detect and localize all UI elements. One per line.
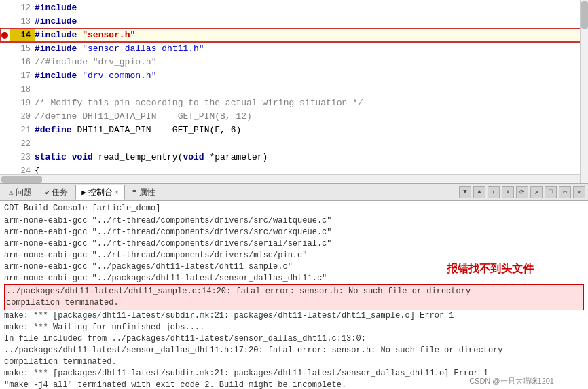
- panel-tabs: ⚠问题✔任务▶控制台✕≡属性▼▲⬆⬇⟳↗□▭✕: [0, 183, 588, 201]
- tab-label: 问题: [16, 187, 32, 198]
- code-editor: 12#include 13#include 14#include "sensor…: [0, 0, 588, 183]
- line-content: #include "drv_common.h": [35, 69, 588, 83]
- horizontal-scrollbar[interactable]: [0, 174, 580, 183]
- no-breakpoint: [0, 137, 10, 151]
- editor-scrollbar[interactable]: [580, 0, 588, 183]
- line-number: 14: [10, 29, 35, 42]
- console-line: ../packages/dht11-latest/sensor_dallas_d…: [4, 345, 584, 356]
- tab-属性[interactable]: ≡属性: [126, 185, 162, 200]
- toolbar-button[interactable]: ▲: [473, 186, 485, 198]
- toolbar-button[interactable]: ⬆: [488, 186, 500, 198]
- console-line: In file included from ../packages/dht11-…: [4, 333, 584, 345]
- line-number: 23: [10, 151, 35, 164]
- error-annotation: 报错找不到头文件: [447, 262, 534, 276]
- line-content: /* Modify this pin according to the actu…: [35, 96, 588, 110]
- console-line: compilation terminated.: [4, 356, 584, 368]
- footer-note: CSDN @一只大喵咪1201: [469, 376, 554, 386]
- code-line: 23static void read_temp_entry(void *para…: [0, 151, 588, 164]
- breakpoint-dot: [0, 29, 10, 42]
- line-content: //define DHT11_DATA_PIN GET_PIN(B, 12): [35, 110, 588, 124]
- console-error-block: ../packages/dht11-latest/dht11_sample.c:…: [4, 284, 584, 310]
- tab-icon: ▶: [81, 188, 86, 197]
- console-line: arm-none-eabi-gcc "../rt-thread/componen…: [4, 250, 584, 261]
- no-breakpoint: [0, 96, 10, 110]
- line-content: static void read_temp_entry(void *parame…: [35, 151, 588, 164]
- code-line: 18: [0, 83, 588, 96]
- line-content: #include: [35, 1, 588, 15]
- h-scrollbar-thumb[interactable]: [1, 176, 42, 183]
- console-lines: arm-none-eabi-gcc "../rt-thread/componen…: [4, 215, 584, 389]
- no-breakpoint: [0, 1, 10, 15]
- no-breakpoint: [0, 151, 10, 164]
- code-line: 14#include "sensor.h": [0, 29, 588, 42]
- console-line: make: *** [packages/dht11-latest/subdir.…: [4, 310, 584, 322]
- line-number: 13: [10, 15, 35, 29]
- tab-icon: ≡: [132, 188, 137, 196]
- toolbar-button[interactable]: ⟳: [516, 186, 528, 198]
- code-line: 22: [0, 137, 588, 151]
- line-content: #include: [35, 15, 588, 29]
- toolbar-button[interactable]: ↗: [530, 186, 543, 198]
- no-breakpoint: [0, 69, 10, 83]
- line-number: 12: [10, 1, 35, 15]
- tab-问题[interactable]: ⚠问题: [3, 185, 38, 200]
- no-breakpoint: [0, 110, 10, 124]
- tab-label: 任务: [52, 187, 68, 198]
- scrollbar-thumb[interactable]: [581, 1, 588, 29]
- line-content: #include "sensor_dallas_dht11.h": [35, 42, 588, 56]
- code-line: 13#include: [0, 15, 588, 29]
- line-number: 19: [10, 96, 35, 110]
- code-line: 19/* Modify this pin according to the ac…: [0, 96, 588, 110]
- tab-icon: ✔: [45, 188, 50, 197]
- line-number: 15: [10, 42, 35, 56]
- line-content: //#include "drv_gpio.h": [35, 56, 588, 69]
- line-number: 18: [10, 83, 35, 96]
- code-line: 16//#include "drv_gpio.h": [0, 56, 588, 69]
- toolbar-button[interactable]: ▼: [459, 186, 471, 198]
- console-line: arm-none-eabi-gcc "../rt-thread/componen…: [4, 238, 584, 250]
- no-breakpoint: [0, 42, 10, 56]
- tab-控制台[interactable]: ▶控制台✕: [75, 185, 125, 200]
- toolbar-button[interactable]: ⬇: [502, 186, 514, 198]
- tab-close-button[interactable]: ✕: [115, 188, 119, 196]
- code-line: 20//define DHT11_DATA_PIN GET_PIN(B, 12): [0, 110, 588, 124]
- console-line: arm-none-eabi-gcc "../rt-thread/componen…: [4, 215, 584, 227]
- tab-icon: ⚠: [9, 188, 14, 197]
- tab-label: 控制台: [88, 187, 113, 198]
- tab-任务[interactable]: ✔任务: [39, 185, 75, 200]
- toolbar-button[interactable]: ✕: [573, 186, 585, 198]
- line-number: 16: [10, 56, 35, 69]
- code-line: 17#include "drv_common.h": [0, 69, 588, 83]
- console-line: arm-none-eabi-gcc "../rt-thread/componen…: [4, 227, 584, 238]
- no-breakpoint: [0, 124, 10, 137]
- code-line: 12#include: [0, 1, 588, 15]
- line-number: 21: [10, 124, 35, 137]
- code-line: 15#include "sensor_dallas_dht11.h": [0, 42, 588, 56]
- code-line: 21#define DHT11_DATA_PIN GET_PIN(F, 6): [0, 124, 588, 137]
- line-number: 22: [10, 137, 35, 151]
- line-number: 17: [10, 69, 35, 83]
- line-content: #define DHT11_DATA_PIN GET_PIN(F, 6): [35, 124, 588, 137]
- no-breakpoint: [0, 56, 10, 69]
- line-content: #include "sensor.h": [35, 29, 588, 42]
- code-lines: 12#include 13#include 14#include "sensor…: [0, 0, 588, 183]
- console-title: CDT Build Console [article_demo]: [4, 204, 584, 213]
- toolbar-button[interactable]: □: [545, 186, 557, 198]
- toolbar-button[interactable]: ▭: [559, 186, 571, 198]
- no-breakpoint: [0, 15, 10, 29]
- console-line: make: *** Waiting for unfinished jobs...…: [4, 322, 584, 333]
- tab-label: 属性: [139, 187, 155, 198]
- line-number: 20: [10, 110, 35, 124]
- no-breakpoint: [0, 83, 10, 96]
- panel-toolbar: ▼▲⬆⬇⟳↗□▭✕: [459, 186, 585, 198]
- console-area: CDT Build Console [article_demo] arm-non…: [0, 201, 588, 389]
